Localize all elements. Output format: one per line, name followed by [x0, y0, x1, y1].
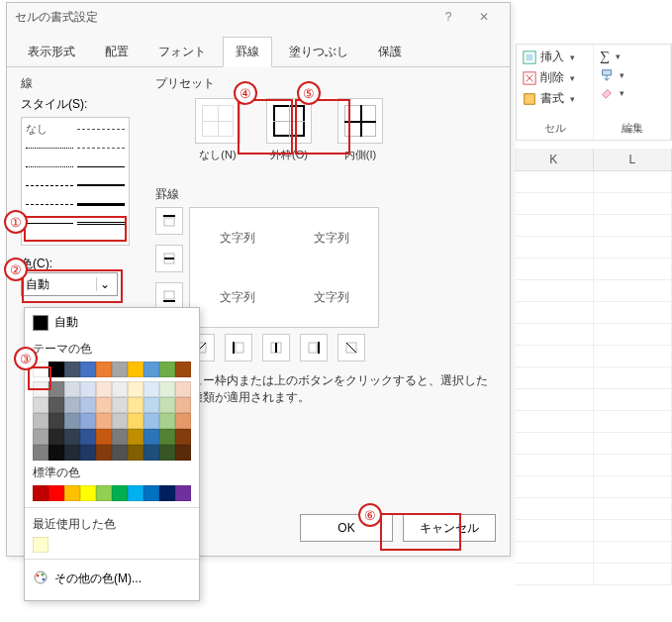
- color-swatch[interactable]: [64, 413, 80, 429]
- color-swatch[interactable]: [80, 413, 96, 429]
- color-swatch[interactable]: [64, 429, 80, 445]
- color-swatch[interactable]: [128, 413, 144, 429]
- column-header[interactable]: L: [594, 149, 673, 170]
- color-swatch[interactable]: [159, 485, 175, 501]
- color-swatch[interactable]: [159, 429, 175, 445]
- border-section-label: 罫線: [155, 186, 492, 203]
- color-swatch[interactable]: [48, 397, 64, 413]
- color-swatch[interactable]: [112, 381, 128, 397]
- color-swatch[interactable]: [128, 445, 144, 461]
- color-swatch[interactable]: [175, 445, 191, 461]
- preset-none-button[interactable]: [195, 98, 240, 144]
- color-swatch[interactable]: [64, 362, 80, 377]
- color-swatch[interactable]: [128, 362, 144, 377]
- color-swatch[interactable]: [128, 485, 144, 501]
- more-colors-item[interactable]: その他の色(M)...: [25, 564, 199, 594]
- tab-protection[interactable]: 保護: [365, 37, 415, 66]
- color-swatch[interactable]: [80, 429, 96, 445]
- tab-font[interactable]: フォント: [145, 37, 219, 66]
- close-button[interactable]: ✕: [466, 10, 502, 24]
- color-swatch[interactable]: [96, 429, 112, 445]
- border-preview[interactable]: 文字列 文字列 文字列 文字列: [189, 207, 379, 328]
- color-swatch[interactable]: [128, 397, 144, 413]
- color-swatch[interactable]: [64, 381, 80, 397]
- color-swatch[interactable]: [80, 445, 96, 461]
- color-swatch[interactable]: [144, 362, 159, 377]
- color-swatch[interactable]: [128, 381, 144, 397]
- border-bottom-button[interactable]: [155, 282, 183, 310]
- color-swatch[interactable]: [48, 429, 64, 445]
- color-swatch[interactable]: [144, 445, 159, 461]
- color-swatch[interactable]: [112, 413, 128, 429]
- color-swatch[interactable]: [144, 381, 159, 397]
- border-left-button[interactable]: [225, 334, 252, 362]
- color-swatch[interactable]: [175, 429, 191, 445]
- color-swatch[interactable]: [64, 445, 80, 461]
- color-swatch[interactable]: [159, 381, 175, 397]
- color-swatch[interactable]: [144, 429, 159, 445]
- tab-alignment[interactable]: 配置: [92, 37, 142, 66]
- ribbon-autosum[interactable]: ∑▾: [600, 49, 664, 64]
- color-swatch[interactable]: [96, 381, 112, 397]
- color-swatch[interactable]: [33, 445, 48, 461]
- tab-border[interactable]: 罫線: [223, 37, 272, 67]
- color-swatch[interactable]: [112, 445, 128, 461]
- color-auto-item[interactable]: 自動: [25, 308, 199, 337]
- border-right-button[interactable]: [300, 334, 328, 362]
- color-swatch[interactable]: [96, 397, 112, 413]
- ribbon-delete[interactable]: 削除▾: [523, 69, 587, 86]
- color-swatch[interactable]: [175, 397, 191, 413]
- color-swatch[interactable]: [96, 413, 112, 429]
- worksheet-grid[interactable]: K L: [515, 149, 672, 622]
- preset-none-label: なし(N): [191, 148, 244, 162]
- color-swatch[interactable]: [64, 485, 80, 501]
- color-swatch[interactable]: [112, 429, 128, 445]
- color-swatch[interactable]: [64, 397, 80, 413]
- color-swatch[interactable]: [33, 397, 48, 413]
- color-swatch[interactable]: [48, 413, 64, 429]
- border-middle-v-button[interactable]: [262, 334, 290, 362]
- color-swatch[interactable]: [33, 485, 48, 501]
- color-swatch[interactable]: [175, 485, 191, 501]
- color-swatch[interactable]: [96, 445, 112, 461]
- tab-fill[interactable]: 塗りつぶし: [276, 37, 361, 66]
- color-swatch[interactable]: [112, 485, 128, 501]
- border-top-button[interactable]: [155, 207, 183, 235]
- border-middle-h-button[interactable]: [155, 245, 183, 272]
- color-swatch[interactable]: [159, 445, 175, 461]
- color-swatch[interactable]: [144, 413, 159, 429]
- svg-rect-6: [603, 70, 612, 75]
- color-swatch[interactable]: [112, 397, 128, 413]
- color-swatch[interactable]: [175, 413, 191, 429]
- color-swatch[interactable]: [159, 397, 175, 413]
- color-swatch[interactable]: [80, 381, 96, 397]
- color-swatch[interactable]: [144, 485, 159, 501]
- color-swatch[interactable]: [128, 429, 144, 445]
- help-button[interactable]: ?: [431, 10, 466, 24]
- color-swatch[interactable]: [33, 429, 48, 445]
- ribbon-clear[interactable]: ▾: [600, 86, 664, 100]
- svg-rect-1: [527, 53, 533, 60]
- color-swatch[interactable]: [80, 397, 96, 413]
- ribbon-fill[interactable]: ▾: [600, 68, 664, 82]
- color-swatch[interactable]: [159, 413, 175, 429]
- color-swatch[interactable]: [80, 485, 96, 501]
- border-diag-down-button[interactable]: [337, 334, 365, 362]
- color-swatch[interactable]: [144, 397, 159, 413]
- color-swatch[interactable]: [96, 362, 112, 377]
- column-header[interactable]: K: [515, 149, 594, 170]
- ribbon-format[interactable]: 書式▾: [523, 90, 587, 107]
- line-style-none[interactable]: なし: [26, 122, 48, 137]
- color-swatch[interactable]: [33, 413, 48, 429]
- color-swatch[interactable]: [96, 485, 112, 501]
- color-swatch[interactable]: [48, 445, 64, 461]
- color-swatch[interactable]: [175, 362, 191, 377]
- color-swatch[interactable]: [80, 362, 96, 377]
- ribbon-insert[interactable]: 挿入▾: [523, 49, 587, 65]
- color-swatch[interactable]: [175, 381, 191, 397]
- color-swatch[interactable]: [33, 537, 48, 553]
- color-swatch[interactable]: [48, 485, 64, 501]
- color-swatch[interactable]: [159, 362, 175, 377]
- color-swatch[interactable]: [112, 362, 128, 377]
- tab-number[interactable]: 表示形式: [15, 37, 88, 66]
